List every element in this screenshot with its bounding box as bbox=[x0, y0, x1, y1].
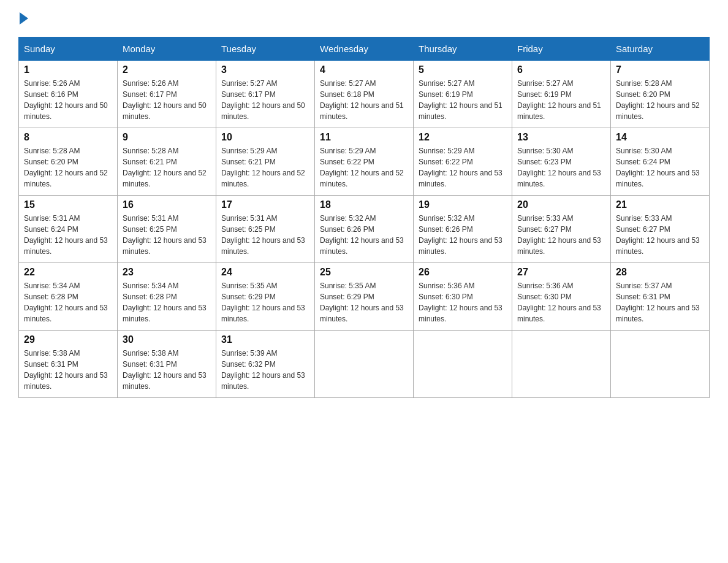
calendar-cell: 23 Sunrise: 5:34 AM Sunset: 6:28 PM Dayl… bbox=[118, 263, 216, 331]
sunrise-label: Sunrise: 5:31 AM bbox=[24, 214, 80, 223]
daylight-label: Daylight: 12 hours and 52 minutes. bbox=[221, 169, 305, 188]
day-info: Sunrise: 5:27 AM Sunset: 6:19 PM Dayligh… bbox=[419, 78, 507, 122]
day-number: 19 bbox=[419, 199, 507, 210]
day-number: 12 bbox=[419, 132, 507, 143]
day-number: 16 bbox=[123, 199, 211, 210]
column-header-tuesday: Tuesday bbox=[216, 37, 315, 61]
sunrise-label: Sunrise: 5:31 AM bbox=[221, 214, 277, 223]
sunset-label: Sunset: 6:31 PM bbox=[123, 360, 177, 369]
sunset-label: Sunset: 6:25 PM bbox=[123, 225, 177, 234]
daylight-label: Daylight: 12 hours and 53 minutes. bbox=[616, 169, 700, 188]
sunset-label: Sunset: 6:21 PM bbox=[123, 158, 177, 166]
column-header-friday: Friday bbox=[512, 37, 611, 61]
column-header-thursday: Thursday bbox=[414, 37, 512, 61]
day-number: 31 bbox=[221, 334, 309, 345]
day-number: 13 bbox=[517, 132, 605, 143]
daylight-label: Daylight: 12 hours and 53 minutes. bbox=[517, 304, 601, 323]
day-info: Sunrise: 5:30 AM Sunset: 6:24 PM Dayligh… bbox=[616, 145, 704, 190]
calendar-cell: 13 Sunrise: 5:30 AM Sunset: 6:23 PM Dayl… bbox=[512, 128, 611, 196]
sunrise-label: Sunrise: 5:26 AM bbox=[24, 79, 80, 88]
day-info: Sunrise: 5:26 AM Sunset: 6:17 PM Dayligh… bbox=[123, 78, 211, 122]
day-info: Sunrise: 5:27 AM Sunset: 6:17 PM Dayligh… bbox=[221, 78, 309, 122]
sunrise-label: Sunrise: 5:27 AM bbox=[221, 79, 277, 88]
calendar-week-row: 1 Sunrise: 5:26 AM Sunset: 6:16 PM Dayli… bbox=[19, 61, 710, 128]
daylight-label: Daylight: 12 hours and 53 minutes. bbox=[419, 304, 502, 323]
calendar-cell: 9 Sunrise: 5:28 AM Sunset: 6:21 PM Dayli… bbox=[118, 128, 216, 196]
day-number: 23 bbox=[123, 267, 211, 278]
sunrise-label: Sunrise: 5:35 AM bbox=[320, 282, 376, 290]
day-info: Sunrise: 5:27 AM Sunset: 6:19 PM Dayligh… bbox=[517, 78, 605, 122]
calendar-cell: 22 Sunrise: 5:34 AM Sunset: 6:28 PM Dayl… bbox=[19, 263, 118, 331]
logo-arrow-icon bbox=[20, 12, 28, 25]
sunset-label: Sunset: 6:21 PM bbox=[221, 158, 276, 166]
daylight-label: Daylight: 12 hours and 50 minutes. bbox=[24, 101, 108, 121]
calendar-cell: 20 Sunrise: 5:33 AM Sunset: 6:27 PM Dayl… bbox=[512, 196, 611, 263]
daylight-label: Daylight: 12 hours and 53 minutes. bbox=[320, 236, 404, 256]
sunset-label: Sunset: 6:17 PM bbox=[123, 90, 177, 99]
calendar-cell: 24 Sunrise: 5:35 AM Sunset: 6:29 PM Dayl… bbox=[216, 263, 315, 331]
day-number: 14 bbox=[616, 132, 704, 143]
sunrise-label: Sunrise: 5:26 AM bbox=[123, 79, 178, 88]
calendar-cell: 4 Sunrise: 5:27 AM Sunset: 6:18 PM Dayli… bbox=[315, 61, 414, 128]
day-number: 21 bbox=[616, 199, 704, 210]
day-info: Sunrise: 5:29 AM Sunset: 6:22 PM Dayligh… bbox=[419, 145, 507, 190]
calendar-cell: 6 Sunrise: 5:27 AM Sunset: 6:19 PM Dayli… bbox=[512, 61, 611, 128]
sunrise-label: Sunrise: 5:36 AM bbox=[517, 282, 573, 290]
sunrise-label: Sunrise: 5:27 AM bbox=[419, 79, 474, 88]
day-number: 29 bbox=[24, 334, 112, 345]
daylight-label: Daylight: 12 hours and 52 minutes. bbox=[24, 169, 108, 188]
day-info: Sunrise: 5:34 AM Sunset: 6:28 PM Dayligh… bbox=[24, 280, 112, 324]
day-info: Sunrise: 5:30 AM Sunset: 6:23 PM Dayligh… bbox=[517, 145, 605, 190]
daylight-label: Daylight: 12 hours and 53 minutes. bbox=[24, 236, 108, 256]
sunrise-label: Sunrise: 5:34 AM bbox=[123, 282, 178, 290]
column-header-wednesday: Wednesday bbox=[315, 37, 414, 61]
daylight-label: Daylight: 12 hours and 53 minutes. bbox=[221, 236, 305, 256]
logo-blue-part bbox=[18, 12, 28, 25]
daylight-label: Daylight: 12 hours and 53 minutes. bbox=[419, 236, 502, 256]
daylight-label: Daylight: 12 hours and 53 minutes. bbox=[24, 304, 108, 323]
column-header-saturday: Saturday bbox=[611, 37, 710, 61]
sunrise-label: Sunrise: 5:35 AM bbox=[221, 282, 277, 290]
sunrise-label: Sunrise: 5:32 AM bbox=[320, 214, 376, 223]
day-info: Sunrise: 5:32 AM Sunset: 6:26 PM Dayligh… bbox=[419, 213, 507, 257]
calendar-cell: 28 Sunrise: 5:37 AM Sunset: 6:31 PM Dayl… bbox=[611, 263, 710, 331]
calendar-table: SundayMondayTuesdayWednesdayThursdayFrid… bbox=[18, 37, 710, 398]
sunset-label: Sunset: 6:26 PM bbox=[419, 225, 473, 234]
daylight-label: Daylight: 12 hours and 53 minutes. bbox=[221, 304, 305, 323]
sunset-label: Sunset: 6:27 PM bbox=[616, 225, 670, 234]
calendar-week-row: 8 Sunrise: 5:28 AM Sunset: 6:20 PM Dayli… bbox=[19, 128, 710, 196]
sunset-label: Sunset: 6:31 PM bbox=[616, 293, 670, 301]
sunrise-label: Sunrise: 5:27 AM bbox=[320, 79, 376, 88]
calendar-week-row: 29 Sunrise: 5:38 AM Sunset: 6:31 PM Dayl… bbox=[19, 331, 710, 398]
day-info: Sunrise: 5:28 AM Sunset: 6:21 PM Dayligh… bbox=[123, 145, 211, 190]
sunset-label: Sunset: 6:20 PM bbox=[24, 158, 78, 166]
logo bbox=[18, 12, 28, 25]
calendar-cell bbox=[315, 331, 414, 398]
day-info: Sunrise: 5:38 AM Sunset: 6:31 PM Dayligh… bbox=[24, 348, 112, 392]
day-number: 8 bbox=[24, 132, 112, 143]
calendar-cell: 29 Sunrise: 5:38 AM Sunset: 6:31 PM Dayl… bbox=[19, 331, 118, 398]
sunset-label: Sunset: 6:22 PM bbox=[320, 158, 374, 166]
calendar-cell: 21 Sunrise: 5:33 AM Sunset: 6:27 PM Dayl… bbox=[611, 196, 710, 263]
daylight-label: Daylight: 12 hours and 52 minutes. bbox=[123, 169, 207, 188]
calendar-cell bbox=[611, 331, 710, 398]
sunrise-label: Sunrise: 5:29 AM bbox=[221, 147, 277, 155]
sunset-label: Sunset: 6:28 PM bbox=[24, 293, 78, 301]
calendar-cell: 19 Sunrise: 5:32 AM Sunset: 6:26 PM Dayl… bbox=[414, 196, 512, 263]
sunset-label: Sunset: 6:29 PM bbox=[221, 293, 276, 301]
daylight-label: Daylight: 12 hours and 52 minutes. bbox=[320, 169, 404, 188]
day-number: 7 bbox=[616, 64, 704, 75]
calendar-cell bbox=[512, 331, 611, 398]
calendar-cell: 2 Sunrise: 5:26 AM Sunset: 6:17 PM Dayli… bbox=[118, 61, 216, 128]
calendar-cell: 27 Sunrise: 5:36 AM Sunset: 6:30 PM Dayl… bbox=[512, 263, 611, 331]
day-number: 18 bbox=[320, 199, 408, 210]
day-info: Sunrise: 5:29 AM Sunset: 6:22 PM Dayligh… bbox=[320, 145, 408, 190]
sunset-label: Sunset: 6:29 PM bbox=[320, 293, 374, 301]
calendar-cell: 14 Sunrise: 5:30 AM Sunset: 6:24 PM Dayl… bbox=[611, 128, 710, 196]
sunset-label: Sunset: 6:24 PM bbox=[24, 225, 78, 234]
day-info: Sunrise: 5:36 AM Sunset: 6:30 PM Dayligh… bbox=[419, 280, 507, 324]
calendar-week-row: 22 Sunrise: 5:34 AM Sunset: 6:28 PM Dayl… bbox=[19, 263, 710, 331]
sunset-label: Sunset: 6:32 PM bbox=[221, 360, 276, 369]
calendar-cell: 25 Sunrise: 5:35 AM Sunset: 6:29 PM Dayl… bbox=[315, 263, 414, 331]
day-info: Sunrise: 5:38 AM Sunset: 6:31 PM Dayligh… bbox=[123, 348, 211, 392]
